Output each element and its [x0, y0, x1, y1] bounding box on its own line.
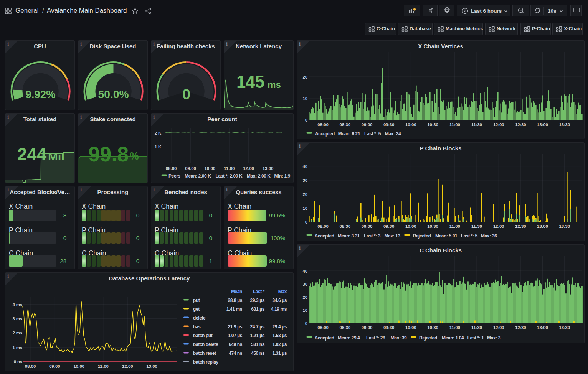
svg-text:4 ms: 4 ms [13, 302, 22, 306]
svg-text:Max: 24: Max: 24 [385, 131, 401, 136]
svg-text:12:30: 12:30 [515, 122, 526, 127]
svg-text:29.3 µs: 29.3 µs [250, 298, 265, 303]
svg-text:10: 10 [303, 308, 307, 312]
svg-text:30: 30 [303, 282, 307, 286]
svg-text:Peers: Peers [168, 173, 180, 179]
svg-text:13:00: 13:00 [263, 166, 273, 171]
svg-text:Accepted: Accepted [315, 335, 334, 340]
svg-text:batch put: batch put [193, 333, 213, 338]
svg-text:20: 20 [303, 295, 307, 299]
svg-text:11:30: 11:30 [471, 224, 482, 229]
svg-text:1 ms: 1 ms [13, 345, 22, 349]
svg-text:08:30: 08:30 [339, 122, 350, 127]
svg-text:08:00: 08:00 [317, 325, 328, 330]
svg-text:Last *: Last * [253, 289, 265, 294]
svg-text:Last *: 3: Last *: 3 [364, 233, 381, 238]
svg-text:13:30: 13:30 [559, 325, 570, 330]
svg-text:Max: 39: Max: 39 [391, 335, 407, 340]
svg-text:Mean: 6.21: Mean: 6.21 [338, 131, 360, 136]
svg-text:10:00: 10:00 [405, 122, 416, 127]
svg-text:30: 30 [303, 178, 307, 183]
svg-text:11:00: 11:00 [449, 224, 460, 229]
svg-text:11:30: 11:30 [471, 325, 482, 330]
svg-text:244: 244 [17, 144, 46, 164]
svg-text:09:00: 09:00 [49, 364, 60, 369]
svg-text:12:00: 12:00 [243, 166, 254, 171]
svg-text:12:00: 12:00 [122, 364, 133, 369]
svg-text:batch delete: batch delete [193, 342, 218, 347]
svg-text:20: 20 [303, 192, 307, 196]
svg-text:1.07 µs: 1.07 µs [228, 333, 243, 338]
svg-text:Max: 3: Max: 3 [487, 335, 501, 340]
svg-text:145: 145 [236, 71, 264, 91]
svg-text:531 ns: 531 ns [251, 342, 265, 347]
svg-text:08:00: 08:00 [166, 166, 177, 171]
svg-text:0 ns: 0 ns [14, 359, 22, 364]
svg-text:11:00: 11:00 [98, 364, 109, 369]
svg-text:2 ms: 2 ms [13, 331, 22, 335]
svg-text:2 K: 2 K [155, 131, 162, 135]
svg-text:Max: Max [278, 289, 287, 294]
svg-text:08:00: 08:00 [317, 224, 328, 229]
svg-text:batch reset: batch reset [193, 351, 216, 356]
svg-text:450 ns: 450 ns [251, 351, 265, 356]
svg-text:09:30: 09:30 [383, 325, 394, 330]
svg-text:11:00: 11:00 [449, 325, 460, 330]
svg-text:12:00: 12:00 [493, 122, 504, 127]
svg-text:12:00: 12:00 [493, 325, 504, 330]
svg-text:10:00: 10:00 [405, 224, 416, 229]
svg-text:09:00: 09:00 [362, 224, 372, 229]
svg-text:0: 0 [305, 321, 307, 325]
svg-text:10:30: 10:30 [427, 122, 438, 127]
svg-text:09:00: 09:00 [362, 325, 372, 330]
svg-text:Accepted: Accepted [315, 233, 334, 238]
svg-text:1 K: 1 K [155, 145, 162, 149]
svg-text:Max: 36: Max: 36 [481, 233, 497, 238]
svg-text:0: 0 [305, 117, 307, 122]
svg-text:Mean: Mean [231, 289, 242, 294]
svg-text:%: % [130, 150, 139, 162]
svg-text:08:30: 08:30 [339, 325, 350, 330]
svg-text:08:00: 08:00 [317, 122, 328, 127]
svg-text:10:30: 10:30 [427, 325, 438, 330]
svg-text:0: 0 [305, 220, 307, 224]
svg-text:1.41 ms: 1.41 ms [226, 306, 243, 312]
svg-text:13:00: 13:00 [537, 122, 548, 127]
svg-text:Min: 1.9: Min: 1.9 [274, 173, 291, 179]
svg-text:0: 0 [182, 86, 190, 102]
svg-text:Mean: 5.01: Mean: 5.01 [435, 233, 458, 238]
svg-text:11:00: 11:00 [449, 122, 460, 127]
svg-text:28.8 µs: 28.8 µs [228, 298, 243, 303]
svg-text:Mil: Mil [48, 151, 64, 163]
svg-text:12:00: 12:00 [493, 224, 504, 229]
svg-text:08:00: 08:00 [25, 364, 36, 369]
svg-text:Mean: 1.04: Mean: 1.04 [442, 335, 464, 340]
svg-text:1.31 µs: 1.31 µs [273, 351, 287, 356]
svg-text:09:00: 09:00 [185, 166, 196, 171]
svg-text:10:00: 10:00 [205, 166, 215, 171]
svg-text:Rejected: Rejected [413, 233, 431, 238]
svg-text:Last *: 5: Last *: 5 [364, 131, 381, 136]
svg-text:12:30: 12:30 [515, 325, 526, 330]
svg-text:1.21 µs: 1.21 µs [250, 333, 265, 338]
svg-text:40: 40 [303, 269, 307, 273]
svg-text:11:00: 11:00 [224, 166, 235, 171]
svg-text:13:30: 13:30 [559, 224, 570, 229]
svg-text:12:30: 12:30 [515, 224, 526, 229]
svg-text:Last *: 2.00 K: Last *: 2.00 K [216, 173, 243, 179]
svg-text:10:00: 10:00 [73, 364, 84, 369]
svg-text:13:00: 13:00 [537, 224, 548, 229]
svg-text:631 µs: 631 µs [251, 306, 264, 312]
svg-text:Max: 2.00 K: Max: 2.00 K [247, 173, 271, 179]
svg-text:09:00: 09:00 [362, 122, 372, 127]
svg-text:Rejected: Rejected [419, 335, 437, 340]
svg-text:Mean: 2.00 K: Mean: 2.00 K [185, 173, 211, 179]
svg-text:delete: delete [193, 315, 206, 321]
svg-text:20: 20 [303, 74, 307, 79]
svg-text:Last *: 5: Last *: 5 [461, 233, 478, 238]
svg-text:10:30: 10:30 [427, 224, 438, 229]
svg-text:40: 40 [303, 164, 307, 169]
svg-text:9.92%: 9.92% [26, 88, 56, 101]
svg-text:649 ns: 649 ns [229, 342, 243, 347]
svg-text:Max: 13: Max: 13 [385, 233, 401, 238]
